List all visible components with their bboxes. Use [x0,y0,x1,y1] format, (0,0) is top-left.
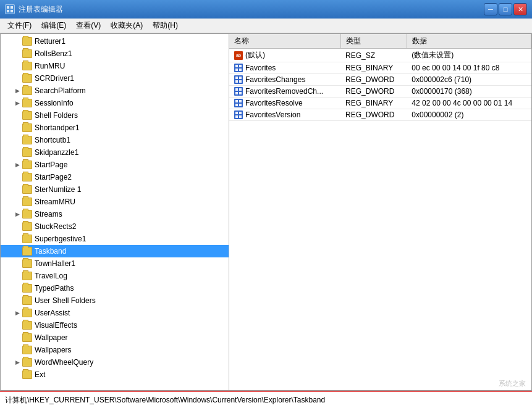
tree-item-Retturer1[interactable]: Retturer1 [1,35,229,48]
folder-icon [22,346,32,354]
tree-item-SessionInfo[interactable]: ▶SessionInfo [1,97,229,109]
table-row[interactable]: FavoritesResolveREG_BINARY42 02 00 00 4c… [229,98,531,109]
table-row[interactable]: FavoritesChangesREG_DWORD0x000002c6 (710… [229,74,531,86]
value-data: 0x000002c6 (710) [407,74,531,86]
table-row[interactable]: ab(默认)REG_SZ(数值未设置) [229,49,531,62]
tree-item-SearchPlatform[interactable]: ▶SearchPlatform [1,85,229,97]
svg-rect-9 [239,77,242,79]
menu-item-编辑(E)[interactable]: 编辑(E) [36,19,71,32]
grid-icon [234,87,243,96]
menu-item-帮助(H)[interactable]: 帮助(H) [148,19,183,32]
value-data: 0x00000002 (2) [407,109,531,121]
tree-item-TravelLog[interactable]: TravelLog [1,270,229,282]
tree-item-RollsBenz1[interactable]: RollsBenz1 [1,48,229,60]
folder-icon [22,333,32,342]
grid-icon [234,110,243,119]
grid-icon [234,64,243,72]
value-type: REG_SZ [340,49,407,62]
svg-rect-23 [239,115,242,118]
tree-item-UserShellFolders[interactable]: User Shell Folders [1,294,229,307]
tree-label: StartPage [35,160,67,169]
folder-icon [22,309,32,317]
tree-item-Ext[interactable]: Ext [1,368,229,381]
svg-rect-3 [11,10,13,12]
tree-item-Shell Folders[interactable]: Shell Folders [1,109,229,122]
tree-item-SterNumlize1[interactable]: SterNumlize 1 [1,183,229,196]
folder-icon [22,37,32,46]
close-button[interactable]: ✕ [513,3,527,15]
tree-item-StreamMRU[interactable]: StreamMRU [1,196,229,208]
tree-item-SCRDriver1[interactable]: SCRDriver1 [1,72,229,85]
value-name: FavoritesRemovedCh... [245,87,323,96]
value-data: (数值未设置) [407,49,531,62]
tree-label: Skidpanzzle1 [35,148,78,157]
value-data: 0x00000170 (368) [407,86,531,98]
folder-icon [22,185,32,194]
tree-item-Wallpaper[interactable]: Wallpaper [1,331,229,344]
value-type: REG_DWORD [340,109,407,121]
tree-item-StartPage2[interactable]: StartPage2 [1,171,229,183]
tree-item-VisualEffects[interactable]: VisualEffects [1,319,229,331]
table-row[interactable]: FavoritesREG_BINARY00 ec 00 00 14 00 1f … [229,62,531,74]
svg-rect-22 [235,115,238,118]
tree-item-StartPage[interactable]: ▶StartPage [1,159,229,171]
value-type: REG_BINARY [340,62,407,74]
folder-icon [22,123,32,132]
tree-label: VisualEffects [35,321,77,330]
tree-item-WordWheelQuery[interactable]: ▶WordWheelQuery [1,356,229,368]
tree-item-TownHaller1[interactable]: TownHaller1 [1,257,229,270]
svg-rect-7 [239,69,242,71]
tree-label: TypedPaths [35,284,74,293]
value-name: FavoritesResolve [245,99,303,107]
col-type: 类型 [340,34,407,49]
folder-icon [22,99,32,107]
table-row[interactable]: FavoritesRemovedCh...REG_DWORD0x00000170… [229,86,531,98]
folder-icon [22,296,32,305]
svg-rect-8 [235,77,238,79]
col-name: 名称 [229,34,340,49]
tree-item-UserAssist[interactable]: ▶UserAssist [1,307,229,319]
menu-item-收藏夹(A)[interactable]: 收藏夹(A) [106,19,148,32]
folder-icon [22,358,32,367]
folder-icon [22,272,32,280]
tree-item-Shortandper1[interactable]: Shortandper1 [1,122,229,134]
tree-label: Taskband [35,247,66,256]
tree-item-RunMRU[interactable]: RunMRU [1,60,229,72]
maximize-button[interactable]: □ [499,3,512,15]
folder-icon [22,86,32,95]
tree-item-Streams[interactable]: ▶Streams [1,208,229,220]
tree-item-Wallpapers[interactable]: Wallpapers [1,344,229,356]
folder-icon [22,259,32,268]
folder-icon [22,210,32,219]
menu-item-查看(V)[interactable]: 查看(V) [71,19,106,32]
tree-label: UserAssist [35,309,70,317]
title-bar: 注册表编辑器 ─ □ ✕ [0,0,532,19]
tree-item-Skidpanzzle1[interactable]: Skidpanzzle1 [1,146,229,159]
value-data: 42 02 00 00 4c 00 00 00 01 14 [407,98,531,109]
value-name: Favorites [245,64,276,72]
minimize-button[interactable]: ─ [484,3,497,15]
app-title: 注册表编辑器 [19,4,484,15]
menu-item-文件(F)[interactable]: 文件(F) [2,19,36,32]
tree-item-Taskband[interactable]: Taskband [1,245,229,257]
svg-rect-21 [239,112,242,114]
tree-item-TypedPaths[interactable]: TypedPaths [1,282,229,294]
tree-pane[interactable]: Retturer1RollsBenz1RunMRUSCRDriver1▶Sear… [1,34,229,390]
tree-label: Superbgestive1 [35,235,86,243]
svg-rect-10 [235,80,238,83]
folder-icon [22,136,32,144]
folder-icon [22,284,32,293]
ab-icon: ab [234,51,243,60]
svg-rect-17 [239,100,242,102]
value-name: (默认) [245,50,265,60]
tree-label: SearchPlatform [35,86,86,95]
svg-rect-1 [11,6,13,9]
watermark: 系统之家 [499,379,526,388]
tree-item-Shortcutb1[interactable]: Shortcutb1 [1,134,229,146]
tree-item-StuckRects2[interactable]: StuckRects2 [1,220,229,233]
svg-rect-11 [239,80,242,83]
tree-item-Superbgestive1[interactable]: Superbgestive1 [1,233,229,245]
folder-icon [22,74,32,83]
svg-rect-13 [239,88,242,91]
table-row[interactable]: FavoritesVersionREG_DWORD0x00000002 (2) [229,109,531,121]
